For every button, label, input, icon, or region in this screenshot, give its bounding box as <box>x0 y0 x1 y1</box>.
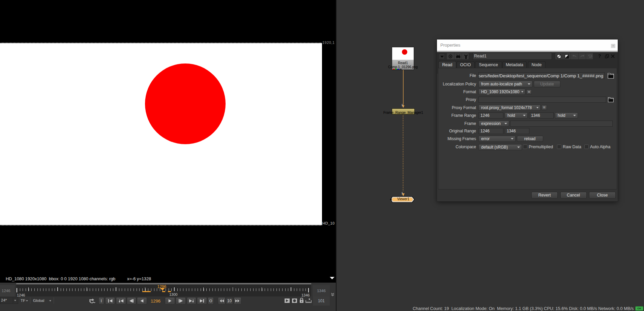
svg-text:1: 1 <box>402 103 403 107</box>
svg-text:1: 1 <box>402 191 403 195</box>
